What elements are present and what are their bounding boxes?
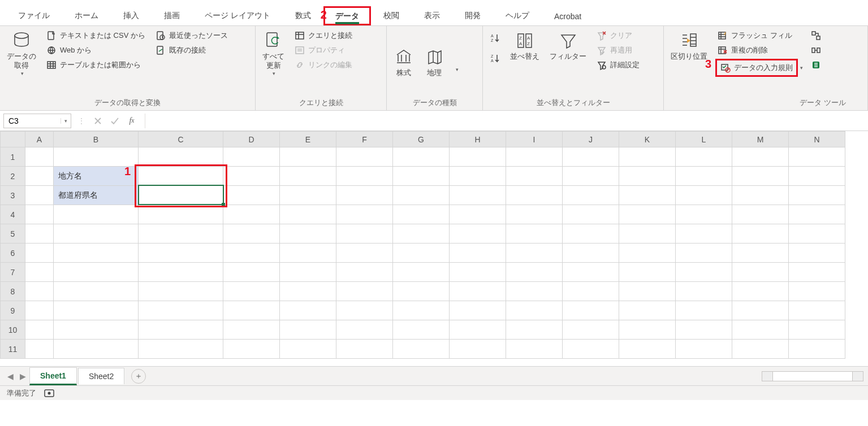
cell[interactable] (619, 147, 676, 167)
col-header[interactable]: F (336, 132, 393, 147)
cell[interactable] (676, 205, 732, 224)
cell[interactable] (223, 282, 280, 301)
cell[interactable] (732, 282, 789, 301)
cell[interactable] (506, 205, 563, 224)
cell[interactable] (393, 320, 450, 340)
sort-za-button[interactable]: ZA (487, 52, 502, 64)
cell[interactable] (563, 205, 619, 224)
tab-file[interactable]: ファイル (6, 5, 62, 25)
cell[interactable] (139, 167, 223, 186)
col-header[interactable]: B (54, 132, 139, 147)
recent-sources-button[interactable]: 最近使ったソース (153, 29, 230, 42)
cell[interactable] (223, 205, 280, 224)
col-header[interactable]: D (223, 132, 280, 147)
cell[interactable] (506, 244, 563, 263)
cell[interactable] (450, 301, 506, 320)
cell[interactable] (506, 224, 563, 244)
data-types-more-button[interactable]: ▾ (452, 50, 461, 75)
cell[interactable] (563, 263, 619, 282)
sort-button[interactable]: ZAAZ 並べ替え (508, 28, 542, 63)
from-table-button[interactable]: テーブルまたは範囲から (44, 59, 148, 71)
cell[interactable] (450, 147, 506, 167)
cell[interactable] (619, 186, 676, 205)
cell[interactable] (732, 224, 789, 244)
cell[interactable] (336, 263, 393, 282)
cell[interactable] (336, 301, 393, 320)
sheet-tab-2[interactable]: Sheet2 (78, 368, 124, 384)
cell[interactable] (676, 263, 732, 282)
col-header[interactable]: G (393, 132, 450, 147)
row-header[interactable]: 8 (1, 282, 25, 301)
text-to-columns-button[interactable]: 区切り位置 (668, 28, 710, 63)
relationships-button[interactable] (809, 44, 823, 56)
fill-handle[interactable] (222, 203, 225, 206)
stocks-button[interactable]: 株式 (391, 45, 416, 80)
cell[interactable] (676, 244, 732, 263)
cell[interactable] (223, 167, 280, 186)
cell[interactable] (336, 320, 393, 340)
manage-data-model-button[interactable] (809, 59, 823, 71)
cell[interactable] (393, 224, 450, 244)
cell[interactable] (619, 340, 676, 359)
cell[interactable] (139, 244, 223, 263)
geography-button[interactable]: 地理 (422, 45, 447, 80)
cell[interactable] (223, 186, 280, 205)
tab-acrobat[interactable]: Acrobat (542, 6, 594, 25)
cell[interactable] (563, 224, 619, 244)
cell[interactable] (280, 301, 336, 320)
cell[interactable] (393, 167, 450, 186)
cell[interactable] (506, 301, 563, 320)
cell[interactable] (732, 167, 789, 186)
cell[interactable] (393, 301, 450, 320)
row-header[interactable]: 7 (1, 263, 25, 282)
cell[interactable] (789, 244, 845, 263)
cell[interactable] (25, 205, 54, 224)
cell[interactable] (789, 167, 845, 186)
cell[interactable] (789, 205, 845, 224)
cell[interactable] (393, 147, 450, 167)
cell[interactable] (732, 147, 789, 167)
cell[interactable] (54, 244, 139, 263)
tab-dev[interactable]: 開発 (452, 5, 493, 25)
cell[interactable] (732, 186, 789, 205)
cell[interactable] (139, 340, 223, 359)
cell[interactable] (25, 244, 54, 263)
cell[interactable] (619, 263, 676, 282)
cell[interactable] (563, 244, 619, 263)
cell[interactable] (54, 301, 139, 320)
cell[interactable] (54, 320, 139, 340)
cell[interactable] (732, 320, 789, 340)
cell[interactable] (450, 282, 506, 301)
cell[interactable] (139, 205, 223, 224)
cell[interactable] (619, 282, 676, 301)
cell[interactable] (280, 224, 336, 244)
tab-data[interactable]: データ (323, 6, 371, 25)
row-header[interactable]: 4 (1, 205, 25, 224)
col-header[interactable]: M (732, 132, 789, 147)
cell[interactable] (139, 147, 223, 167)
cell[interactable] (393, 340, 450, 359)
cell[interactable] (450, 224, 506, 244)
name-box-dropdown[interactable]: ▾ (61, 118, 71, 124)
cell[interactable] (732, 301, 789, 320)
sheet-nav-prev[interactable]: ◀ (5, 372, 16, 381)
col-header[interactable]: I (506, 132, 563, 147)
cell[interactable] (789, 263, 845, 282)
refresh-all-button[interactable]: すべて 更新 ▾ (260, 28, 287, 79)
row-header[interactable]: 2 (1, 167, 25, 186)
remove-duplicates-button[interactable]: 重複の削除 (715, 44, 803, 56)
col-header[interactable]: H (450, 132, 506, 147)
cell[interactable] (54, 340, 139, 359)
cell[interactable] (506, 340, 563, 359)
cell[interactable] (676, 224, 732, 244)
cell[interactable] (506, 147, 563, 167)
get-data-button[interactable]: データの 取得 ▾ (5, 28, 38, 79)
cell[interactable] (139, 224, 223, 244)
tab-draw[interactable]: 描画 (152, 5, 192, 25)
insert-function-button[interactable]: fx (126, 115, 138, 127)
cell[interactable] (676, 320, 732, 340)
cell[interactable] (336, 205, 393, 224)
cell[interactable] (676, 340, 732, 359)
cell[interactable] (280, 167, 336, 186)
cell[interactable] (336, 167, 393, 186)
